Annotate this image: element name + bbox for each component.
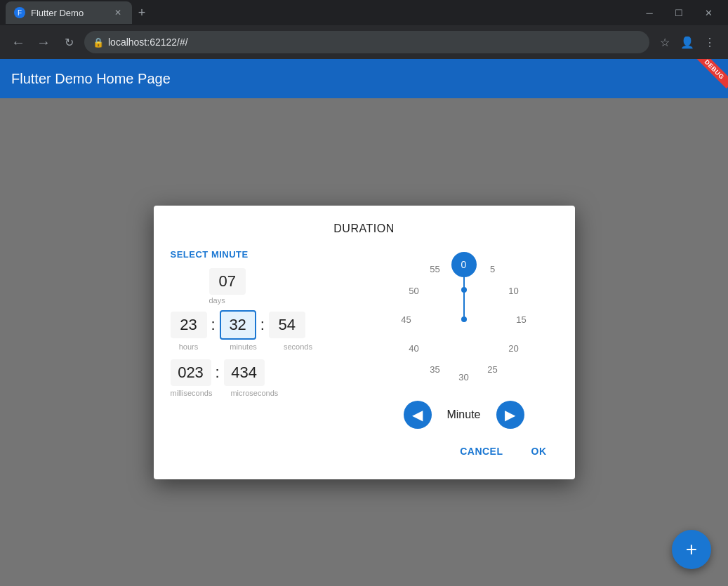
dialog-title: DURATION bbox=[171, 222, 558, 235]
new-tab-button[interactable]: + bbox=[132, 3, 152, 22]
app-title: Flutter Demo Home Page bbox=[11, 71, 171, 87]
ok-button[interactable]: OK bbox=[520, 440, 558, 462]
days-field: 07 days bbox=[209, 268, 359, 305]
url-text: localhost:62122/#/ bbox=[108, 36, 188, 48]
minutes-label: minutes bbox=[225, 342, 262, 351]
next-button[interactable]: ▶ bbox=[496, 401, 524, 429]
select-minute-label: SELECT MINUTE bbox=[171, 249, 359, 260]
separator-3: : bbox=[214, 364, 221, 382]
milliseconds-box[interactable]: 023 bbox=[171, 359, 211, 386]
reload-button[interactable]: ↻ bbox=[59, 32, 79, 52]
dialog-body: SELECT MINUTE 07 days 23 : 32 : 54 bbox=[171, 249, 558, 429]
time-fields: SELECT MINUTE 07 days 23 : 32 : 54 bbox=[171, 249, 359, 429]
clock-thumb[interactable]: 0 bbox=[451, 252, 477, 277]
forward-button[interactable]: → bbox=[34, 32, 53, 52]
modal-overlay: DURATION SELECT MINUTE 07 days 23 : 32 bbox=[0, 98, 728, 586]
time-hms-row: 23 : 32 : 54 bbox=[171, 310, 359, 340]
maximize-button[interactable]: ☐ bbox=[665, 0, 693, 25]
ms-labels-row: milliseconds microseconds bbox=[171, 389, 359, 397]
dialog-actions: CANCEL OK bbox=[171, 440, 558, 462]
minutes-box[interactable]: 32 bbox=[220, 310, 256, 340]
back-button[interactable]: ← bbox=[8, 32, 28, 52]
tab-favicon: F bbox=[14, 7, 25, 18]
ms-row: 023 : 434 bbox=[171, 359, 359, 386]
menu-button[interactable]: ⋮ bbox=[700, 32, 720, 52]
days-label: days bbox=[209, 296, 225, 305]
hours-label: hours bbox=[171, 342, 207, 351]
lock-icon: 🔒 bbox=[93, 37, 104, 48]
debug-badge: DEBUG bbox=[695, 59, 728, 88]
clock-unit-label: Minute bbox=[443, 408, 485, 421]
tab-close-button[interactable]: ✕ bbox=[112, 7, 124, 18]
prev-button[interactable]: ◀ bbox=[404, 401, 432, 429]
browser-tab[interactable]: F Flutter Demo ✕ bbox=[6, 1, 132, 24]
clock-controls: ◀ Minute ▶ bbox=[404, 401, 524, 429]
separator-1: : bbox=[210, 316, 217, 334]
hours-box[interactable]: 23 bbox=[171, 312, 207, 338]
close-window-button[interactable]: ✕ bbox=[694, 0, 722, 25]
bookmark-button[interactable]: ☆ bbox=[655, 32, 675, 52]
svg-point-1 bbox=[461, 317, 467, 322]
browser-controls: ← → ↻ 🔒 localhost:62122/#/ ☆ 👤 ⋮ bbox=[0, 25, 728, 59]
separator-2: : bbox=[259, 316, 266, 334]
cancel-button[interactable]: CANCEL bbox=[449, 440, 514, 462]
browser-actions: ☆ 👤 ⋮ bbox=[655, 32, 720, 52]
app-header: Flutter Demo Home Page DEBUG bbox=[0, 59, 728, 98]
browser-chrome: F Flutter Demo ✕ + ─ ☐ ✕ ← bbox=[0, 0, 728, 59]
browser-titlebar: F Flutter Demo ✕ + ─ ☐ ✕ bbox=[0, 0, 728, 25]
seconds-label: seconds bbox=[280, 342, 317, 351]
tab-title: Flutter Demo bbox=[31, 8, 84, 18]
profile-button[interactable]: 👤 bbox=[677, 32, 697, 52]
duration-dialog: DURATION SELECT MINUTE 07 days 23 : 32 bbox=[154, 206, 575, 479]
milliseconds-label: milliseconds bbox=[171, 389, 213, 397]
microseconds-box[interactable]: 434 bbox=[224, 359, 265, 386]
svg-point-2 bbox=[461, 287, 467, 293]
hms-labels: hours minutes seconds bbox=[171, 342, 359, 351]
clock-face[interactable]: 05101520253035404550550 bbox=[394, 249, 534, 389]
microseconds-label: microseconds bbox=[230, 389, 278, 397]
minimize-button[interactable]: ─ bbox=[635, 0, 663, 25]
seconds-box[interactable]: 54 bbox=[269, 312, 305, 338]
address-bar[interactable]: 🔒 localhost:62122/#/ bbox=[84, 31, 649, 53]
page-content: + DURATION SELECT MINUTE 07 days 2 bbox=[0, 98, 728, 586]
window-controls: ─ ☐ ✕ bbox=[635, 0, 722, 25]
clock-section: 05101520253035404550550 ◀ Minute ▶ bbox=[370, 249, 558, 429]
days-value[interactable]: 07 bbox=[209, 268, 246, 295]
